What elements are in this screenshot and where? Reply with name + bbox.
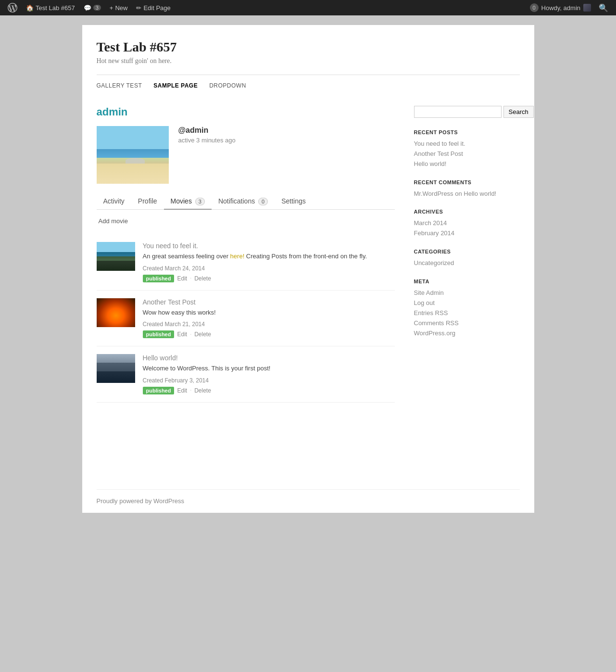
archive-2[interactable]: February 2014 (414, 229, 455, 237)
site-description: Hot new stuff goin' on here. (97, 57, 520, 65)
meta-section: META Site Admin Log out Entries RSS Comm… (414, 279, 520, 337)
profile-heading: admin (97, 106, 395, 118)
comments-count: 3 (93, 5, 101, 11)
movie-actions-3: published Edit · Delete (143, 387, 395, 394)
comment-post-link-1[interactable]: Hello world! (464, 190, 496, 197)
footer-credit-link[interactable]: Proudly powered by WordPress (97, 497, 185, 505)
delete-link-1[interactable]: Delete (194, 275, 211, 282)
meta-log-out[interactable]: Log out (414, 299, 435, 306)
new-content-link[interactable]: + New (106, 0, 132, 15)
comments-link[interactable]: 💬 3 (80, 0, 105, 15)
movie-thumb-1 (97, 242, 135, 271)
meta-site-admin[interactable]: Site Admin (414, 289, 444, 296)
bottom-space (97, 403, 395, 460)
movie-title-1[interactable]: You need to feel it. (143, 242, 395, 250)
tab-notifications[interactable]: Notifications 0 (212, 193, 275, 210)
edit-link-2[interactable]: Edit (177, 331, 187, 338)
movie-excerpt-2: Wow how easy this works! (143, 308, 395, 317)
delete-link-2[interactable]: Delete (194, 331, 211, 338)
admin-bar: 🏠 Test Lab #657 💬 3 + New ✏ Edit Page 0 … (0, 0, 616, 15)
published-badge-1: published (143, 275, 175, 282)
recent-post-3[interactable]: Hello world! (414, 160, 447, 167)
profile-active-status: active 3 minutes ago (178, 137, 236, 144)
wp-logo-link[interactable] (4, 0, 21, 15)
movies-tab-count: 3 (195, 198, 205, 205)
meta-comments-rss[interactable]: Comments RSS (414, 319, 459, 327)
profile-info: @admin active 3 minutes ago (97, 126, 395, 184)
site-footer: Proudly powered by WordPress (97, 489, 520, 513)
movie-thumb-3 (97, 354, 135, 383)
category-1[interactable]: Uncategorized (414, 259, 454, 266)
tab-settings[interactable]: Settings (275, 193, 313, 210)
excerpt-link-1[interactable]: here! (230, 253, 245, 260)
tab-activity[interactable]: Activity (97, 193, 131, 210)
movie-item-2: Another Test Post Wow how easy this work… (97, 291, 395, 347)
movie-item-3: Hello world! Welcome to WordPress. This … (97, 346, 395, 403)
search-icon-button[interactable]: 🔍 (595, 3, 612, 13)
tab-profile[interactable]: Profile (131, 193, 164, 210)
nav-dropdown[interactable]: DROPDOWN (209, 82, 246, 89)
movie-title-2[interactable]: Another Test Post (143, 298, 395, 306)
site-header: Test Lab #657 Hot new stuff goin' on her… (97, 39, 520, 65)
avatar-image (97, 126, 169, 184)
archives-section: ARCHIVES March 2014 February 2014 (414, 209, 520, 237)
admin-avatar (583, 4, 591, 12)
meta-entries-rss[interactable]: Entries RSS (414, 309, 448, 317)
recent-post-2[interactable]: Another Test Post (414, 150, 463, 157)
movie-content-1: You need to feel it. An great seamless f… (143, 242, 395, 282)
movie-item-1: You need to feel it. An great seamless f… (97, 234, 395, 291)
edit-link-3[interactable]: Edit (177, 387, 187, 394)
thumb-image-2 (97, 298, 135, 327)
main-content: admin @admin active 3 minutes ago (97, 106, 395, 460)
wp-logo-icon (8, 3, 17, 13)
movie-content-2: Another Test Post Wow how easy this work… (143, 298, 395, 339)
categories-list: Uncategorized (414, 259, 520, 267)
delete-link-3[interactable]: Delete (194, 387, 211, 394)
recent-posts-list: You need to feel it. Another Test Post H… (414, 140, 520, 168)
nav-sample-page[interactable]: SAMPLE PAGE (153, 82, 198, 89)
categories-title: CATEGORIES (414, 249, 520, 254)
edit-link-1[interactable]: Edit (177, 275, 187, 282)
published-badge-2: published (143, 330, 175, 338)
movie-content-3: Hello world! Welcome to WordPress. This … (143, 354, 395, 394)
site-title: Test Lab #657 (97, 39, 520, 55)
recent-comments-section: RECENT COMMENTS Mr.WordPress on Hello wo… (414, 179, 520, 197)
categories-section: CATEGORIES Uncategorized (414, 249, 520, 267)
profile-username: @admin (178, 126, 236, 135)
recent-posts-section: RECENT POSTS You need to feel it. Anothe… (414, 129, 520, 168)
movie-meta-2: Created March 21, 2014 (143, 321, 395, 328)
edit-page-label: Edit Page (143, 4, 170, 12)
add-movie-link[interactable]: Add movie (99, 217, 128, 225)
recent-post-1[interactable]: You need to feel it. (414, 140, 465, 147)
search-input[interactable] (414, 106, 502, 118)
page-wrapper: Test Lab #657 Hot new stuff goin' on her… (0, 15, 616, 672)
meta-title: META (414, 279, 520, 284)
notification-count[interactable]: 0 (530, 3, 539, 12)
sidebar: Search RECENT POSTS You need to feel it.… (414, 106, 520, 460)
content-area: admin @admin active 3 minutes ago (97, 106, 520, 480)
nav-gallery-test[interactable]: GALLERY TEST (97, 82, 142, 89)
comment-on: on (455, 190, 464, 197)
movie-title-3[interactable]: Hello world! (143, 354, 395, 362)
comment-author-1[interactable]: Mr.WordPress (414, 190, 453, 197)
sidebar-search: Search (414, 106, 520, 118)
edit-page-link[interactable]: ✏ Edit Page (132, 0, 174, 15)
movie-actions-2: published Edit · Delete (143, 330, 395, 338)
movie-excerpt-1: An great seamless feeling over here! Cre… (143, 252, 395, 261)
site-name-label: Test Lab #657 (36, 4, 75, 12)
archives-list: March 2014 February 2014 (414, 219, 520, 237)
user-section: 0 Howdy, admin (530, 3, 591, 12)
search-button[interactable]: Search (503, 106, 534, 118)
plus-icon: + (110, 4, 113, 12)
movie-excerpt-3: Welcome to WordPress. This is your first… (143, 364, 395, 373)
archive-1[interactable]: March 2014 (414, 219, 447, 227)
movie-meta-3: Created February 3, 2014 (143, 377, 395, 384)
tab-movies[interactable]: Movies 3 (164, 193, 212, 210)
site-name-link[interactable]: 🏠 Test Lab #657 (22, 0, 79, 15)
thumb-image-1 (97, 242, 135, 271)
meta-list: Site Admin Log out Entries RSS Comments … (414, 289, 520, 337)
meta-wordpress-org[interactable]: WordPress.org (414, 330, 455, 337)
profile-details: @admin active 3 minutes ago (178, 126, 236, 184)
notifications-tab-count: 0 (258, 198, 268, 205)
published-badge-3: published (143, 387, 175, 394)
